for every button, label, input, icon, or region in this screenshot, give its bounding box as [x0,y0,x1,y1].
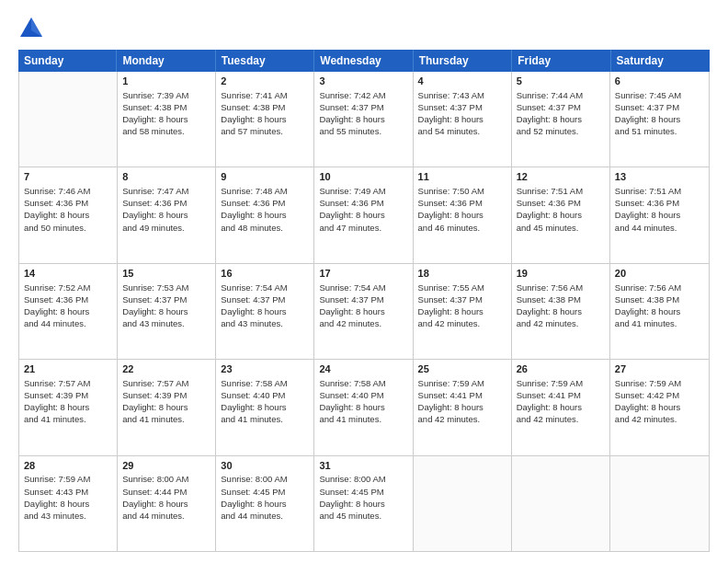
cell-line: and 41 minutes. [221,413,309,425]
logo-icon [18,15,44,40]
cell-line: Daylight: 8 hours [221,113,309,125]
calendar-row-3: 21Sunrise: 7:57 AMSunset: 4:39 PMDayligh… [19,360,709,455]
calendar-cell-w1d2: 9Sunrise: 7:48 AMSunset: 4:36 PMDaylight… [216,167,314,262]
day-number: 4 [418,75,506,88]
cell-line: and 55 minutes. [319,125,407,137]
day-number: 29 [122,459,210,473]
cell-line: Sunrise: 7:56 AM [615,282,704,293]
calendar-cell-w0d3: 3Sunrise: 7:42 AMSunset: 4:37 PMDaylight… [314,72,413,167]
cell-line: Sunrise: 7:48 AM [221,185,309,197]
cell-line: Sunrise: 8:00 AM [319,473,407,485]
cell-line: Sunset: 4:37 PM [319,293,407,305]
cell-line: Sunset: 4:37 PM [221,293,309,305]
calendar-cell-w3d1: 22Sunrise: 7:57 AMSunset: 4:39 PMDayligh… [118,360,216,454]
cell-line: Sunset: 4:36 PM [122,197,210,209]
calendar-cell-w3d5: 26Sunrise: 7:59 AMSunset: 4:41 PMDayligh… [512,360,610,454]
cell-line: Daylight: 8 hours [122,305,210,317]
cell-line: Sunset: 4:44 PM [122,486,210,498]
cell-line: Daylight: 8 hours [319,209,407,221]
day-number: 16 [221,267,309,281]
day-number: 3 [319,75,407,88]
cell-line: Sunset: 4:36 PM [418,197,506,209]
calendar-cell-w2d6: 20Sunrise: 7:56 AMSunset: 4:38 PMDayligh… [610,264,709,359]
cell-line: Sunrise: 7:51 AM [615,185,704,197]
cell-line: Sunset: 4:41 PM [418,389,506,401]
day-number: 28 [24,459,112,473]
calendar-cell-w3d0: 21Sunrise: 7:57 AMSunset: 4:39 PMDayligh… [19,360,118,454]
calendar-row-0: 1Sunrise: 7:39 AMSunset: 4:38 PMDaylight… [19,72,709,167]
calendar-cell-w0d0 [19,72,118,167]
cell-line: Sunset: 4:37 PM [319,101,407,113]
calendar-row-2: 14Sunrise: 7:52 AMSunset: 4:36 PMDayligh… [19,264,709,360]
calendar-header: SundayMondayTuesdayWednesdayThursdayFrid… [18,50,710,72]
cell-line: Daylight: 8 hours [24,305,112,317]
cell-line: Sunrise: 7:49 AM [319,185,407,197]
cell-line: Sunrise: 7:46 AM [24,185,112,197]
cell-line: and 43 minutes. [122,317,210,329]
cell-line: Daylight: 8 hours [319,401,407,413]
cell-line: Sunset: 4:36 PM [517,197,605,209]
cell-line: Daylight: 8 hours [615,305,704,317]
header-day-thursday: Thursday [414,50,512,72]
cell-line: Sunrise: 7:52 AM [24,282,112,293]
cell-line: Daylight: 8 hours [418,209,506,221]
cell-line: and 44 minutes. [24,317,112,329]
calendar-cell-w3d3: 24Sunrise: 7:58 AMSunset: 4:40 PMDayligh… [314,360,413,454]
calendar-cell-w1d0: 7Sunrise: 7:46 AMSunset: 4:36 PMDaylight… [19,167,118,262]
day-number: 7 [24,170,112,184]
cell-line: Sunset: 4:43 PM [24,486,112,498]
cell-line: Daylight: 8 hours [517,305,605,317]
cell-line: Daylight: 8 hours [418,305,506,317]
cell-line: Daylight: 8 hours [122,113,210,125]
cell-line: and 41 minutes. [615,317,704,329]
cell-line: Sunrise: 7:59 AM [418,377,506,389]
cell-line: and 46 minutes. [418,222,506,234]
cell-line: Daylight: 8 hours [517,401,605,413]
cell-line: Daylight: 8 hours [221,209,309,221]
cell-line: Daylight: 8 hours [418,113,506,125]
cell-line: Sunset: 4:36 PM [319,197,407,209]
calendar-cell-w4d3: 31Sunrise: 8:00 AMSunset: 4:45 PMDayligh… [314,456,413,551]
cell-line: and 41 minutes. [319,413,407,425]
calendar-cell-w1d5: 12Sunrise: 7:51 AMSunset: 4:36 PMDayligh… [512,167,610,262]
calendar-cell-w3d6: 27Sunrise: 7:59 AMSunset: 4:42 PMDayligh… [610,360,709,454]
day-number: 27 [615,362,704,376]
calendar-cell-w4d5 [512,456,610,551]
cell-line: Sunset: 4:41 PM [517,389,605,401]
cell-line: Daylight: 8 hours [319,498,407,510]
calendar-cell-w0d6: 6Sunrise: 7:45 AMSunset: 4:37 PMDaylight… [610,72,709,167]
cell-line: Daylight: 8 hours [221,305,309,317]
day-number: 20 [615,267,704,281]
cell-line: and 50 minutes. [24,222,112,234]
calendar-cell-w0d4: 4Sunrise: 7:43 AMSunset: 4:37 PMDaylight… [414,72,512,167]
cell-line: and 52 minutes. [517,125,605,137]
header-day-sunday: Sunday [18,50,117,72]
calendar-row-4: 28Sunrise: 7:59 AMSunset: 4:43 PMDayligh… [19,456,709,551]
calendar-cell-w4d1: 29Sunrise: 8:00 AMSunset: 4:44 PMDayligh… [118,456,216,551]
cell-line: and 54 minutes. [418,125,506,137]
page: SundayMondayTuesdayWednesdayThursdayFrid… [0,0,728,563]
cell-line: Sunrise: 7:47 AM [122,185,210,197]
cell-line: Sunrise: 7:51 AM [517,185,605,197]
calendar-cell-w1d1: 8Sunrise: 7:47 AMSunset: 4:36 PMDaylight… [118,167,216,262]
header-day-wednesday: Wednesday [314,50,413,72]
calendar-cell-w2d5: 19Sunrise: 7:56 AMSunset: 4:38 PMDayligh… [512,264,610,359]
cell-line: Sunrise: 7:59 AM [24,473,112,485]
calendar-cell-w4d2: 30Sunrise: 8:00 AMSunset: 4:45 PMDayligh… [216,456,314,551]
cell-line: Sunset: 4:36 PM [24,197,112,209]
day-number: 26 [517,362,605,376]
day-number: 9 [221,170,309,184]
cell-line: Sunrise: 7:39 AM [122,89,210,101]
cell-line: Sunset: 4:45 PM [221,486,309,498]
cell-line: and 57 minutes. [221,125,309,137]
calendar-cell-w1d6: 13Sunrise: 7:51 AMSunset: 4:36 PMDayligh… [610,167,709,262]
cell-line: and 51 minutes. [615,125,704,137]
cell-line: Sunrise: 7:43 AM [418,89,506,101]
day-number: 31 [319,459,407,473]
cell-line: Sunset: 4:38 PM [615,293,704,305]
cell-line: Daylight: 8 hours [24,498,112,510]
cell-line: Sunset: 4:38 PM [517,293,605,305]
cell-line: and 49 minutes. [122,222,210,234]
cell-line: and 42 minutes. [418,317,506,329]
cell-line: Sunset: 4:40 PM [319,389,407,401]
